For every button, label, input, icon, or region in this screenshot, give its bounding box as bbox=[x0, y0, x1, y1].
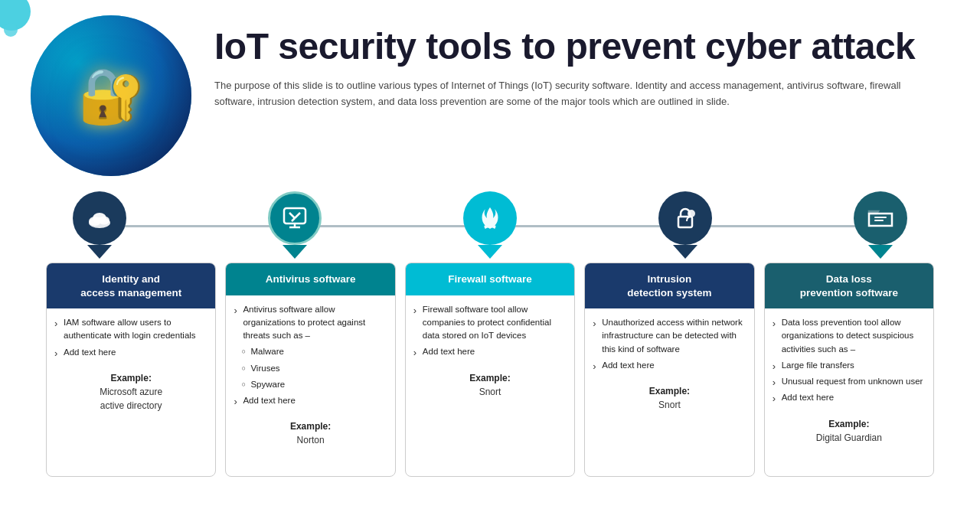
header-text: IoT security tools to prevent cyber atta… bbox=[214, 15, 949, 109]
example-label: Example: bbox=[413, 371, 567, 385]
list-item: Add text here bbox=[593, 359, 746, 372]
list-item: Large file transfers bbox=[773, 359, 926, 372]
svg-line-8 bbox=[295, 213, 300, 218]
tool-icon-dataloss bbox=[854, 191, 907, 245]
example-label: Example: bbox=[54, 371, 207, 385]
tool-arrow-dataloss bbox=[868, 245, 893, 259]
page: 🔐 IoT security tools to prevent cyber at… bbox=[0, 0, 980, 509]
lock-icon: 🔐 bbox=[78, 64, 145, 127]
example-value: Norton bbox=[234, 433, 387, 447]
card-antivirus: Antivirus softwareAntivirus software all… bbox=[225, 263, 395, 477]
card-dataloss: Data lossprevention softwareData loss pr… bbox=[764, 263, 934, 477]
card-example-intrusion: Example:Snort bbox=[593, 380, 746, 412]
tool-icon-identity bbox=[73, 191, 126, 245]
list-item: Unusual request from unknown user bbox=[773, 375, 926, 388]
svg-point-3 bbox=[93, 213, 106, 224]
tool-icon-wrapper-dataloss bbox=[854, 191, 907, 259]
cards-row: Identity andaccess managementIAM softwar… bbox=[31, 263, 949, 477]
list-item: Antivirus software allow organizations t… bbox=[234, 303, 387, 343]
hero-image: 🔐 bbox=[31, 15, 191, 176]
svg-rect-12 bbox=[874, 217, 887, 218]
example-value: Snort bbox=[593, 398, 746, 412]
card-body-identity: IAM software allow users to authenticate… bbox=[47, 308, 215, 419]
card-body-firewall: Firewall software tool allow companies t… bbox=[406, 295, 574, 405]
card-body-intrusion: Unauthorized access within network infra… bbox=[585, 308, 753, 418]
card-body-antivirus: Antivirus software allow organizations t… bbox=[226, 295, 394, 454]
list-item: Data loss prevention tool allow organiza… bbox=[773, 316, 926, 356]
list-item: Add text here bbox=[234, 394, 387, 407]
tool-icon-intrusion bbox=[658, 191, 712, 245]
tool-arrow-antivirus bbox=[283, 245, 307, 259]
tool-arrow-intrusion bbox=[673, 245, 697, 259]
list-item: Malware bbox=[241, 345, 387, 358]
tool-icon-firewall bbox=[463, 191, 517, 245]
list-item: IAM software allow users to authenticate… bbox=[54, 316, 207, 343]
card-header-dataloss: Data lossprevention software bbox=[765, 263, 933, 308]
list-item: Spyware bbox=[241, 378, 387, 391]
card-identity: Identity andaccess managementIAM softwar… bbox=[46, 263, 216, 477]
top-section: 🔐 IoT security tools to prevent cyber at… bbox=[31, 15, 949, 176]
tool-arrow-identity bbox=[87, 245, 112, 259]
tool-icon-wrapper-intrusion bbox=[658, 191, 712, 259]
list-item: Add text here bbox=[54, 346, 207, 359]
tool-icon-wrapper-identity bbox=[73, 191, 126, 259]
connector-area bbox=[31, 191, 949, 259]
card-header-antivirus: Antivirus software bbox=[226, 263, 394, 295]
list-item: Viruses bbox=[241, 362, 387, 375]
page-title: IoT security tools to prevent cyber atta… bbox=[214, 27, 949, 67]
example-label: Example: bbox=[234, 419, 387, 433]
card-firewall: Firewall softwareFirewall software tool … bbox=[405, 263, 575, 477]
svg-rect-4 bbox=[284, 208, 305, 224]
card-example-firewall: Example:Snort bbox=[413, 367, 567, 399]
page-subtitle: The purpose of this slide is to outline … bbox=[214, 78, 903, 110]
svg-rect-10 bbox=[678, 217, 692, 227]
example-value: Snort bbox=[413, 385, 567, 399]
list-item: Firewall software tool allow companies t… bbox=[413, 303, 567, 343]
tool-icon-antivirus bbox=[268, 191, 322, 245]
example-value: Microsoft azureactive directory bbox=[54, 385, 207, 413]
tool-arrow-firewall bbox=[478, 245, 502, 259]
list-item: Unauthorized access within network infra… bbox=[593, 316, 746, 356]
card-header-identity: Identity andaccess management bbox=[47, 263, 215, 308]
deco-circle-small bbox=[4, 23, 18, 37]
svg-line-7 bbox=[289, 213, 295, 218]
tool-icon-wrapper-firewall bbox=[463, 191, 517, 259]
example-label: Example: bbox=[593, 384, 746, 398]
list-item: Add text here bbox=[413, 345, 567, 358]
example-value: Digital Guardian bbox=[773, 431, 926, 445]
card-body-dataloss: Data loss prevention tool allow organiza… bbox=[765, 308, 933, 451]
svg-line-9 bbox=[292, 218, 295, 221]
card-example-dataloss: Example:Digital Guardian bbox=[773, 413, 926, 445]
list-item: Add text here bbox=[773, 391, 926, 404]
card-example-antivirus: Example:Norton bbox=[234, 415, 387, 447]
svg-rect-13 bbox=[874, 220, 884, 221]
example-label: Example: bbox=[773, 417, 926, 431]
tool-icon-wrapper-antivirus bbox=[268, 191, 322, 259]
card-intrusion: Intrusiondetection systemUnauthorized ac… bbox=[584, 263, 754, 477]
card-example-identity: Example:Microsoft azureactive directory bbox=[54, 367, 207, 413]
icon-row bbox=[31, 191, 949, 259]
card-header-intrusion: Intrusiondetection system bbox=[585, 263, 753, 308]
card-header-firewall: Firewall software bbox=[406, 263, 574, 295]
